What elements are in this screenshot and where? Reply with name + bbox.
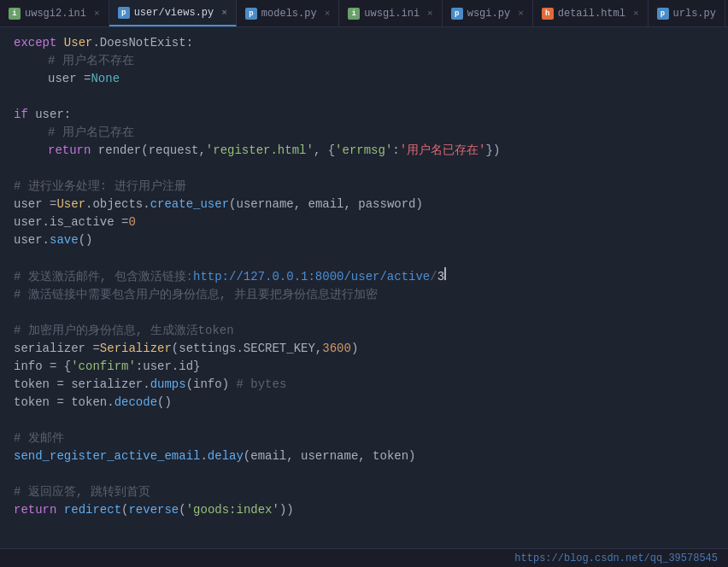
tab-icon-ini: i (348, 8, 360, 20)
code-line: if user: (0, 106, 728, 124)
tab-detail-html[interactable]: h detail.html × (533, 0, 649, 26)
tab-label: uwsgi.ini (364, 8, 420, 20)
tab-label: urls.py (673, 8, 716, 20)
tab-uwsgi-ini[interactable]: i uwsgi.ini × (339, 0, 442, 26)
code-line-blank (0, 465, 728, 483)
code-line: info = { 'confirm' :user.id} (0, 358, 728, 376)
tab-icon-ini: i (9, 8, 21, 20)
tab-close-icon[interactable]: × (633, 9, 639, 19)
code-line: return render(request, 'register.html' ,… (0, 142, 728, 160)
code-line: # 加密用户的身份信息, 生成激活token (0, 322, 728, 340)
tab-close-icon[interactable]: × (94, 9, 100, 19)
code-line: user.is_active = 0 (0, 213, 728, 231)
tab-close-icon[interactable]: × (221, 8, 227, 18)
code-line: return redirect ( reverse ( 'goods:index… (0, 501, 728, 519)
tab-uwsgi2-ini[interactable]: i uwsgi2.ini × (0, 0, 109, 26)
tab-label: models.py (261, 8, 317, 20)
tab-models-py[interactable]: p models.py × (237, 0, 339, 26)
tab-icon-py: p (451, 8, 463, 20)
tab-close-icon[interactable]: × (518, 9, 524, 19)
tab-icon-html: h (542, 8, 554, 20)
code-line: except User .DoesNotExist: (0, 34, 728, 52)
code-line: serializer = Serializer (settings.SECRET… (0, 340, 728, 358)
tab-label: user/views.py (134, 7, 214, 19)
code-line: # 发邮件 (0, 430, 728, 447)
code-line: send_register_active_email . delay (emai… (0, 447, 728, 465)
code-line: user = None (0, 70, 728, 88)
code-line: # 激活链接中需要包含用户的身份信息, 并且要把身份信息进行加密 (0, 286, 728, 304)
code-line-blank (0, 412, 728, 430)
text-cursor (444, 267, 446, 280)
tab-urls-py[interactable]: p urls.py (649, 0, 725, 26)
code-line-blank (0, 160, 728, 178)
tab-wsgi-py[interactable]: p wsgi.py × (443, 0, 533, 26)
tab-icon-py: p (118, 7, 130, 19)
tab-bar: i uwsgi2.ini × p user/views.py × p model… (0, 0, 728, 27)
code-line-blank (0, 249, 728, 267)
status-bar: https://blog.csdn.net/qq_39578545 (0, 548, 728, 567)
code-editor[interactable]: except User .DoesNotExist: # 用户名不存在 user… (0, 27, 728, 548)
status-url[interactable]: https://blog.csdn.net/qq_39578545 (514, 552, 718, 564)
tab-user-views-py[interactable]: p user/views.py × (109, 0, 237, 26)
tab-label: detail.html (558, 8, 625, 20)
code-line: user = User .objects. create_user (usern… (0, 196, 728, 213)
code-line: # 用户名已存在 (0, 124, 728, 142)
tab-icon-py: p (657, 8, 669, 20)
code-line: # 进行业务处理: 进行用户注册 (0, 178, 728, 196)
code-line: # 用户名不存在 (0, 52, 728, 70)
code-line: token = serializer. dumps (info) # bytes (0, 376, 728, 394)
tab-label: uwsgi2.ini (25, 8, 86, 20)
code-line-blank (0, 304, 728, 322)
code-line: token = token. decode () (0, 394, 728, 412)
code-line: user. save () (0, 231, 728, 249)
code-line-blank (0, 88, 728, 106)
code-line: # 发送激活邮件, 包含激活链接: http://127.0.0.1:8000/… (0, 267, 728, 286)
tab-label: wsgi.py (467, 8, 510, 20)
code-line: # 返回应答, 跳转到首页 (0, 483, 728, 501)
tab-close-icon[interactable]: × (427, 9, 433, 19)
tab-close-icon[interactable]: × (325, 9, 331, 19)
tab-icon-py: p (245, 8, 257, 20)
